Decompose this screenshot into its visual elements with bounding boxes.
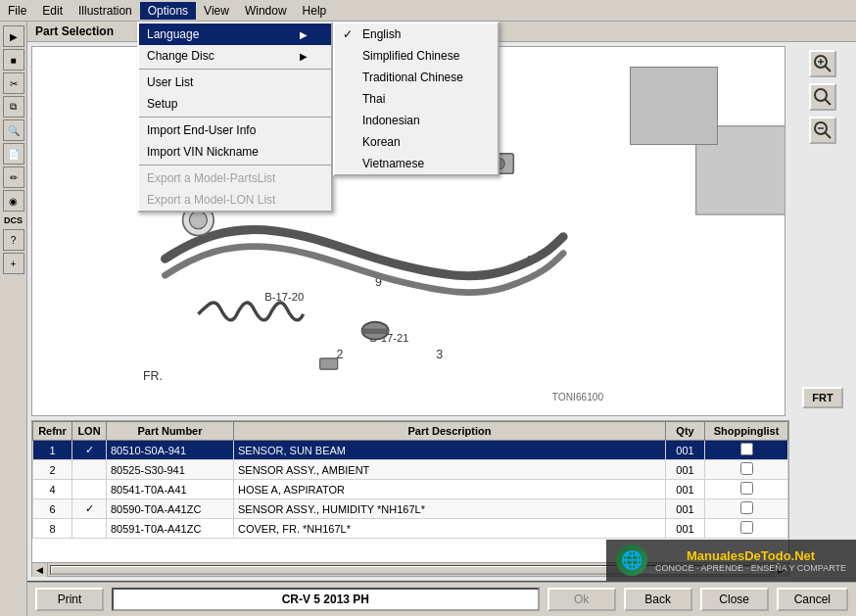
col-shoppinglist: Shoppinglist: [705, 422, 788, 441]
cell-qty: 001: [666, 441, 705, 460]
cell-qty: 001: [666, 499, 705, 519]
scroll-thumb[interactable]: [51, 566, 626, 574]
table-row[interactable]: 2 80525-S30-941 SENSOR ASSY., AMBIENT 00…: [33, 460, 788, 480]
cell-shopping[interactable]: [705, 460, 788, 480]
menu-item-language[interactable]: Language ▶: [139, 24, 331, 45]
toolbar-btn-7[interactable]: ✏: [3, 166, 24, 188]
menu-file[interactable]: File: [0, 2, 34, 20]
cell-part-number: 80590-T0A-A41ZC: [107, 499, 234, 519]
toolbar-btn-2[interactable]: ■: [3, 49, 24, 71]
left-toolbar: ▶ ■ ✂ ⧉ 🔍 📄 ✏ ◉ DCS ? +: [0, 22, 27, 616]
back-button[interactable]: Back: [624, 588, 692, 611]
submenu-arrow-disc: ▶: [300, 51, 308, 62]
print-button[interactable]: Print: [35, 588, 104, 611]
menu-illustration[interactable]: Illustration: [71, 2, 140, 20]
col-lon: LON: [72, 422, 107, 441]
cell-qty: 001: [666, 480, 705, 499]
watermark-tagline: CONOCE · APRENDE · ENSEÑA Y COMPARTE: [655, 563, 846, 573]
cell-description: SENSOR ASSY., HUMIDITY *NH167L*: [234, 499, 666, 519]
cell-shopping[interactable]: [705, 519, 788, 539]
dcs-label: DCS: [4, 213, 23, 227]
cell-refnr: 4: [33, 480, 72, 499]
lang-english[interactable]: ✓ English: [335, 24, 498, 45]
menubar: File Edit Illustration Options View Wind…: [0, 0, 856, 22]
col-qty: Qty: [666, 422, 705, 441]
menu-separator-1: [139, 69, 331, 70]
lang-indonesian[interactable]: Indonesian: [335, 110, 498, 131]
cell-part-number: 80525-S30-941: [107, 460, 234, 480]
options-menu: Language ▶ Change Disc ▶ User List Setup…: [137, 22, 333, 213]
svg-text:B-17-20: B-17-20: [264, 291, 304, 303]
menu-help[interactable]: Help: [295, 2, 335, 20]
cell-lon: [72, 519, 107, 539]
toolbar-btn-6[interactable]: 📄: [3, 143, 24, 165]
cell-part-number: 80541-T0A-A41: [107, 480, 234, 499]
table-row[interactable]: 4 80541-T0A-A41 HOSE A, ASPIRATOR 001: [33, 480, 788, 499]
toolbar-btn-3[interactable]: ✂: [3, 72, 24, 94]
toolbar-btn-4[interactable]: ⧉: [3, 96, 24, 118]
watermark-site: ManualesDeTodo.Net: [655, 548, 846, 563]
frt-label: FRT: [802, 387, 842, 408]
toolbar-btn-5[interactable]: 🔍: [3, 119, 24, 141]
right-controls: FRT: [789, 42, 856, 416]
zoom-in-button[interactable]: [809, 50, 836, 77]
zoom-out-button[interactable]: [809, 117, 836, 144]
menu-item-export-parts: Export a Model-PartsList: [139, 167, 331, 189]
lang-thai[interactable]: Thai: [335, 88, 498, 110]
menu-separator-2: [139, 117, 331, 118]
menu-item-setup[interactable]: Setup: [139, 93, 331, 115]
col-part-description: Part Description: [234, 422, 666, 441]
cell-refnr: 6: [33, 499, 72, 519]
scroll-left-button[interactable]: ◀: [32, 563, 48, 577]
zoom-fit-button[interactable]: [809, 83, 836, 111]
menu-options[interactable]: Options: [140, 2, 196, 20]
svg-rect-18: [320, 358, 338, 369]
cell-lon: ✓: [72, 499, 107, 519]
lang-traditional-chinese[interactable]: Traditional Chinese: [335, 67, 498, 88]
cell-description: SENSOR, SUN BEAM: [234, 441, 666, 460]
table-row[interactable]: 6 ✓ 80590-T0A-A41ZC SENSOR ASSY., HUMIDI…: [33, 499, 788, 519]
watermark-logo: 🌐: [616, 545, 647, 576]
close-button[interactable]: Close: [700, 588, 769, 611]
menu-item-export-lon: Export a Model-LON List: [139, 189, 331, 211]
cell-lon: [72, 480, 107, 499]
menu-window[interactable]: Window: [237, 2, 295, 20]
col-refnr: Refnr: [33, 422, 72, 441]
menu-edit[interactable]: Edit: [34, 2, 71, 20]
menu-separator-3: [139, 165, 331, 166]
cancel-button[interactable]: Cancel: [777, 588, 848, 611]
toolbar-btn-8[interactable]: ◉: [3, 190, 24, 212]
lang-korean[interactable]: Korean: [335, 131, 498, 153]
table-row[interactable]: 1 ✓ 80510-S0A-941 SENSOR, SUN BEAM 001: [33, 441, 788, 460]
toolbar-btn-1[interactable]: ▶: [3, 25, 24, 47]
vehicle-label: CR-V 5 2013 PH: [112, 588, 540, 611]
svg-line-24: [826, 100, 832, 106]
svg-point-15: [189, 212, 207, 229]
menu-item-change-disc[interactable]: Change Disc ▶: [139, 45, 331, 67]
cell-shopping[interactable]: [705, 499, 788, 519]
menu-view[interactable]: View: [196, 2, 237, 20]
cell-qty: 001: [666, 460, 705, 480]
cell-description: HOSE A, ASPIRATOR: [234, 480, 666, 499]
language-submenu: ✓ English Simplified Chinese Traditional…: [333, 22, 499, 176]
lang-simplified-chinese[interactable]: Simplified Chinese: [335, 45, 498, 67]
ok-button[interactable]: Ok: [547, 588, 616, 611]
table-row[interactable]: 8 80591-T0A-A41ZC COVER, FR. *NH167L* 00…: [33, 519, 788, 539]
svg-rect-12: [362, 328, 389, 334]
cell-shopping[interactable]: [705, 480, 788, 499]
menu-item-user-list[interactable]: User List: [139, 71, 331, 93]
col-part-number: Part Number: [107, 422, 234, 441]
cell-shopping[interactable]: [705, 441, 788, 460]
check-english: ✓: [343, 27, 357, 41]
svg-line-26: [826, 133, 832, 139]
menu-item-import-end-user[interactable]: Import End-User Info: [139, 119, 331, 141]
toolbar-btn-10[interactable]: +: [3, 253, 24, 274]
lang-vietnamese[interactable]: Vietnamese: [335, 153, 498, 174]
menu-item-import-vin[interactable]: Import VIN Nickname: [139, 141, 331, 163]
cell-part-number: 80510-S0A-941: [107, 441, 234, 460]
svg-point-23: [815, 89, 827, 101]
svg-text:3: 3: [436, 348, 443, 361]
toolbar-btn-9[interactable]: ?: [3, 229, 24, 251]
cell-lon: ✓: [72, 441, 107, 460]
cell-refnr: 1: [33, 441, 72, 460]
